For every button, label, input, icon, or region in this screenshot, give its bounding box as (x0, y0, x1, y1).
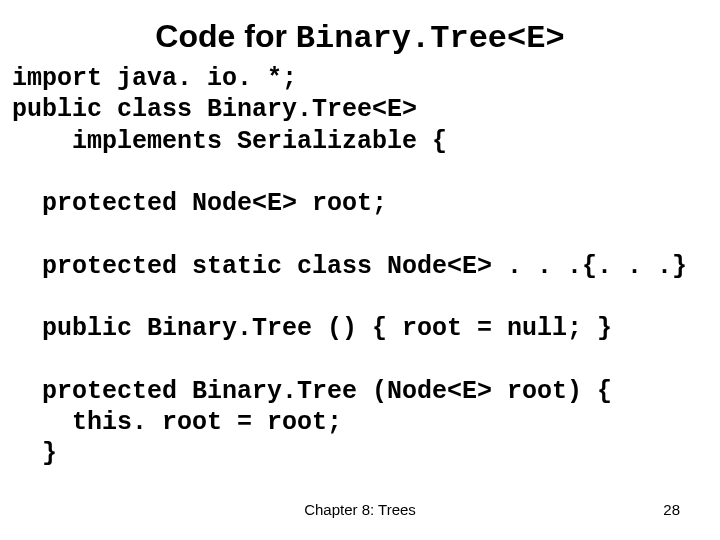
code-line: protected Binary.Tree (Node<E> root) { (12, 377, 612, 406)
code-line: protected Node<E> root; (12, 189, 387, 218)
code-line: this. root = root; (12, 408, 342, 437)
slide: Code for Binary.Tree<E> import java. io.… (0, 0, 720, 540)
title-classname: Binary.Tree<E> (296, 20, 565, 57)
title-prefix: Code for (155, 18, 295, 54)
code-block: import java. io. *; public class Binary.… (12, 63, 708, 469)
code-line: import java. io. *; (12, 64, 297, 93)
footer-page-number: 28 (663, 501, 680, 518)
slide-title: Code for Binary.Tree<E> (12, 18, 708, 57)
code-line: public Binary.Tree () { root = null; } (12, 314, 612, 343)
code-line: } (12, 439, 57, 468)
code-line: implements Serializable { (12, 127, 447, 156)
code-line: protected static class Node<E> . . .{. .… (12, 252, 687, 281)
code-line: public class Binary.Tree<E> (12, 95, 417, 124)
footer-chapter: Chapter 8: Trees (0, 501, 720, 518)
